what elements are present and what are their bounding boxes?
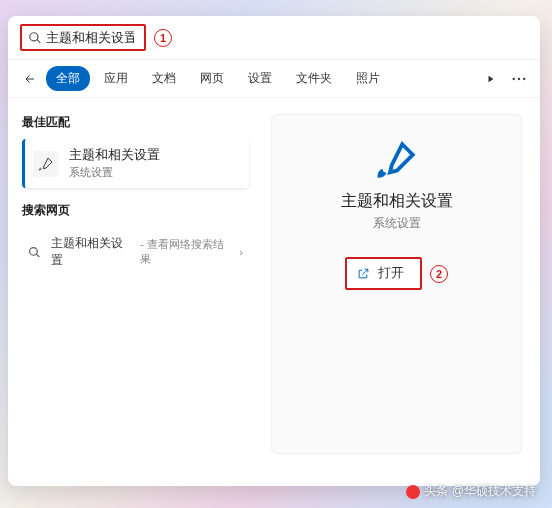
best-match-title: 主题和相关设置 bbox=[69, 147, 160, 164]
watermark: 头条 @华硕技术支持 bbox=[406, 483, 536, 500]
search-icon bbox=[28, 246, 41, 259]
search-box[interactable] bbox=[20, 24, 146, 51]
web-search-hint: - 查看网络搜索结果 bbox=[140, 237, 229, 267]
search-icon bbox=[28, 31, 42, 45]
more-tabs-button[interactable] bbox=[480, 68, 502, 90]
svg-point-0 bbox=[513, 77, 515, 79]
overflow-button[interactable] bbox=[508, 68, 530, 90]
paintbrush-icon bbox=[376, 139, 418, 181]
paintbrush-icon bbox=[38, 156, 54, 172]
ellipsis-icon bbox=[512, 77, 526, 81]
tab-documents[interactable]: 文档 bbox=[142, 66, 186, 91]
tab-web[interactable]: 网页 bbox=[190, 66, 234, 91]
open-button-label: 打开 bbox=[378, 265, 404, 282]
web-search-item[interactable]: 主题和相关设置 - 查看网络搜索结果 › bbox=[22, 227, 249, 277]
results-body: 最佳匹配 主题和相关设置 系统设置 搜索网页 主题和相关设置 - 查看网络搜索结… bbox=[8, 98, 540, 486]
step-badge-1: 1 bbox=[154, 29, 172, 47]
open-button[interactable]: 打开 bbox=[345, 257, 422, 290]
watermark-logo-icon bbox=[406, 485, 420, 499]
svg-point-1 bbox=[518, 77, 520, 79]
best-match-subtitle: 系统设置 bbox=[69, 166, 160, 180]
preview-actions: 打开 2 bbox=[345, 257, 448, 290]
web-search-query: 主题和相关设置 bbox=[51, 235, 130, 269]
search-panel: 1 全部 应用 文档 网页 设置 文件夹 照片 最佳匹配 bbox=[8, 16, 540, 486]
step-badge-2: 2 bbox=[430, 265, 448, 283]
back-button[interactable] bbox=[18, 67, 42, 91]
svg-point-2 bbox=[523, 77, 525, 79]
best-match-text: 主题和相关设置 系统设置 bbox=[69, 147, 160, 180]
preview-title: 主题和相关设置 bbox=[341, 191, 453, 212]
best-match-item[interactable]: 主题和相关设置 系统设置 bbox=[22, 139, 249, 188]
results-left-column: 最佳匹配 主题和相关设置 系统设置 搜索网页 主题和相关设置 - 查看网络搜索结… bbox=[8, 98, 253, 486]
watermark-text: 头条 @华硕技术支持 bbox=[424, 483, 536, 500]
tab-photos[interactable]: 照片 bbox=[346, 66, 390, 91]
open-external-icon bbox=[357, 267, 370, 280]
tab-folders[interactable]: 文件夹 bbox=[286, 66, 342, 91]
tab-all[interactable]: 全部 bbox=[46, 66, 90, 91]
tab-settings[interactable]: 设置 bbox=[238, 66, 282, 91]
preview-card: 主题和相关设置 系统设置 打开 2 bbox=[271, 114, 522, 454]
results-right-column: 主题和相关设置 系统设置 打开 2 bbox=[253, 98, 540, 486]
section-header-web: 搜索网页 bbox=[22, 202, 249, 219]
arrow-left-icon bbox=[24, 73, 36, 85]
tab-apps[interactable]: 应用 bbox=[94, 66, 138, 91]
chevron-right-icon: › bbox=[239, 246, 243, 258]
best-match-icon-wrap bbox=[33, 151, 59, 177]
search-row: 1 bbox=[8, 16, 540, 60]
search-input[interactable] bbox=[42, 28, 138, 47]
preview-subtitle: 系统设置 bbox=[373, 216, 421, 231]
tabs-row: 全部 应用 文档 网页 设置 文件夹 照片 bbox=[8, 60, 540, 98]
section-header-best-match: 最佳匹配 bbox=[22, 114, 249, 131]
play-icon bbox=[486, 74, 496, 84]
